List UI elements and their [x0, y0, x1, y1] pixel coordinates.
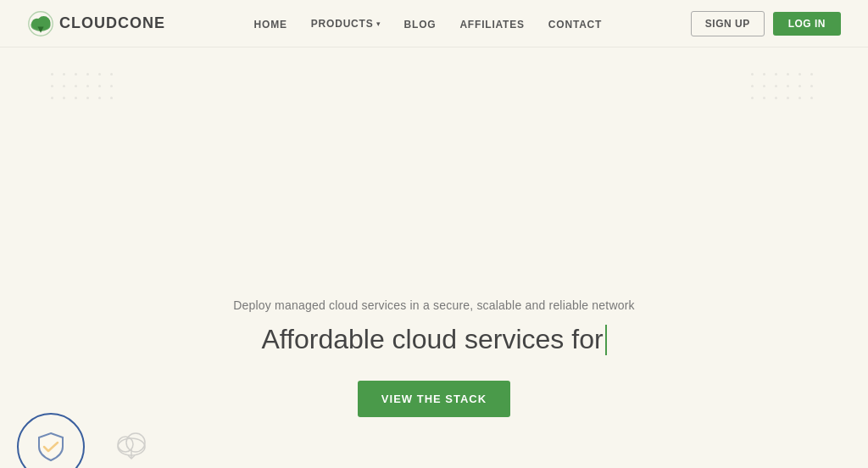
nav-link-home[interactable]: HOME [254, 19, 287, 31]
view-stack-button[interactable]: VIEW THE STACK [358, 381, 510, 417]
hero-title-text: Affordable cloud services for [261, 324, 603, 355]
logo-text: CLOUDCONE [59, 14, 165, 32]
nav-link-products[interactable]: PRODUCTS [311, 18, 374, 30]
hero-section: Deploy managed cloud services in a secur… [0, 47, 868, 468]
hero-title: Affordable cloud services for [261, 324, 606, 355]
nav-link-blog[interactable]: BLOG [404, 19, 437, 31]
nav-item-affiliates[interactable]: AFFILIATES [459, 16, 524, 31]
hero-subtitle: Deploy managed cloud services in a secur… [233, 298, 635, 312]
decorative-icons [0, 400, 153, 468]
typing-cursor [605, 325, 607, 355]
nav-item-blog[interactable]: BLOG [404, 16, 437, 31]
navbar: CLOUDCONE HOME PRODUCTS ▾ BLOG AFFILIATE… [0, 0, 868, 47]
nav-item-contact[interactable]: CONTACT [548, 16, 602, 31]
nav-link-affiliates[interactable]: AFFILIATES [459, 19, 524, 31]
svg-point-7 [126, 433, 145, 452]
logo[interactable]: CLOUDCONE [27, 10, 165, 37]
cloud-icon [110, 426, 153, 460]
shield-icon [32, 428, 70, 465]
decorative-dots [0, 73, 868, 103]
nav-item-home[interactable]: HOME [254, 16, 287, 31]
nav-item-products[interactable]: PRODUCTS ▾ [311, 18, 381, 30]
nav-buttons: SIGN UP LOG IN [691, 11, 841, 36]
signup-button[interactable]: SIGN UP [691, 11, 765, 36]
nav-links: HOME PRODUCTS ▾ BLOG AFFILIATES CONTACT [254, 16, 603, 31]
products-dropdown-icon: ▾ [376, 20, 381, 28]
login-button[interactable]: LOG IN [773, 12, 841, 36]
logo-icon [27, 10, 54, 37]
cloud-upload-icon [110, 426, 153, 460]
shield-circle-icon [17, 413, 85, 468]
nav-link-contact[interactable]: CONTACT [548, 19, 602, 31]
